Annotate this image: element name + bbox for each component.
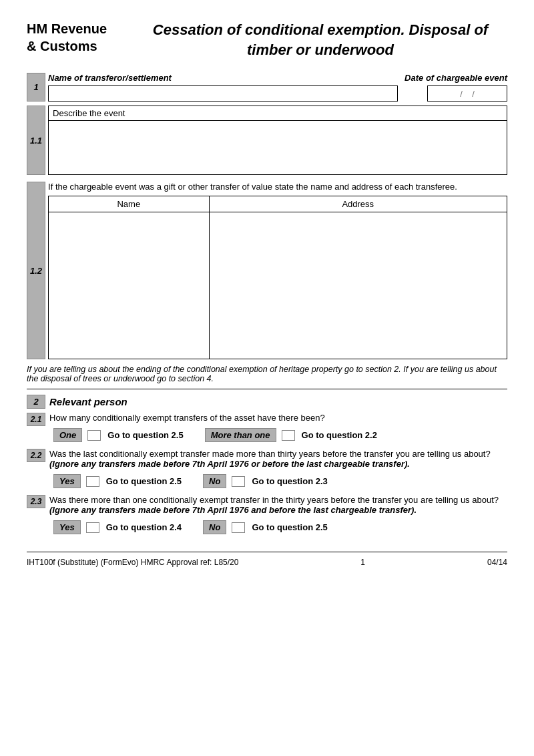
table-row (49, 212, 507, 359)
section-2-3-question: Was there more than one conditionally ex… (49, 495, 507, 515)
section-1-2-question: If the chargeable event was a gift or ot… (48, 182, 507, 192)
goto-2-3-no: Go to question 2.5 (252, 522, 327, 532)
checkbox-one[interactable] (87, 430, 101, 441)
section-2-2-num: 2.2 (27, 449, 45, 462)
checkbox-more[interactable] (282, 430, 295, 441)
describe-label: Describe the event (49, 106, 507, 121)
page-title: Cessation of conditional exemption. Disp… (134, 20, 507, 59)
section-2-2-q-italic: (Ignore any transfers made before 7th Ap… (49, 459, 410, 469)
goto-2-2-no: Go to question 2.3 (252, 476, 327, 486)
section-2-1-question: How many conditionally exempt transfers … (49, 413, 507, 423)
answer-box-yes-22: Yes (53, 474, 81, 488)
logo: HM Revenue & Customs (27, 20, 134, 55)
date-group: Date of chargeable event (405, 73, 507, 102)
italic-note: If you are telling us about the ending o… (27, 365, 507, 383)
goto-2-1-more: Go to question 2.2 (302, 430, 377, 440)
answer-box-more: More than one (205, 428, 276, 442)
checkbox-no-22[interactable] (232, 476, 245, 487)
section-1-1-content: Describe the event (48, 106, 507, 175)
name-label: Name of transferor/settlement (48, 73, 398, 83)
section-2-2-question: Was the last conditionally exempt transf… (49, 449, 507, 469)
answer-box-no-23: No (203, 520, 226, 534)
address-cell[interactable] (209, 212, 507, 359)
section-2-1: 2.1 How many conditionally exempt transf… (27, 413, 507, 443)
section-1-2-num: 1.2 (27, 182, 45, 359)
section-1-row: 1 Name of transferor/settlement Date of … (27, 73, 507, 102)
section-2-3-content: Was there more than one conditionally ex… (49, 495, 507, 536)
describe-box: Describe the event (48, 106, 507, 175)
answer-box-yes-23: Yes (53, 520, 81, 534)
answer-2-2-no: No Go to question 2.3 (199, 473, 332, 490)
section-1-2-row: 1.2 If the chargeable event was a gift o… (27, 182, 507, 359)
checkbox-yes-22[interactable] (86, 476, 99, 487)
section-2-3: 2.3 Was there more than one conditionall… (27, 495, 507, 536)
footer-page: 1 (360, 558, 365, 567)
answer-2-1-one: One Go to question 2.5 (49, 427, 188, 443)
section-2-3-q-text: Was there more than one conditionally ex… (49, 495, 499, 505)
footer-left: IHT100f (Substitute) (FormEvo) HMRC Appr… (27, 558, 238, 567)
section-2-1-answers: One Go to question 2.5 More than one Go … (49, 427, 507, 443)
goto-2-1-one: Go to question 2.5 (107, 430, 183, 440)
goto-2-2-yes: Go to question 2.5 (106, 476, 182, 486)
section-2-3-q-italic: (Ignore any transfers made before 7th Ap… (49, 505, 417, 515)
section-2-2-q-text: Was the last conditionally exempt transf… (49, 449, 491, 459)
answer-2-1-more: More than one Go to question 2.2 (201, 427, 381, 443)
col-address-header: Address (209, 196, 507, 212)
section-1-1-num: 1.1 (27, 106, 45, 175)
checkbox-yes-23[interactable] (86, 522, 99, 533)
footer-right: 04/14 (487, 558, 507, 567)
section-2-title: Relevant person (49, 396, 127, 407)
section-1-num: 1 (27, 73, 45, 102)
describe-area[interactable] (49, 121, 507, 174)
section-1-fields: Name of transferor/settlement Date of ch… (48, 73, 507, 102)
date-input[interactable] (427, 85, 507, 102)
section-2-1-content: How many conditionally exempt transfers … (49, 413, 507, 443)
section-1-1-row: 1.1 Describe the event (27, 106, 507, 175)
answer-box-one: One (53, 428, 82, 442)
section-2-2-content: Was the last conditionally exempt transf… (49, 449, 507, 490)
section-2-2-answers: Yes Go to question 2.5 No Go to question… (49, 473, 507, 490)
section-1-2-content: If the chargeable event was a gift or ot… (48, 182, 507, 359)
section-2-1-num: 2.1 (27, 413, 45, 426)
answer-box-no-22: No (203, 474, 226, 488)
section-divider (27, 389, 507, 389)
section-2-2: 2.2 Was the last conditionally exempt tr… (27, 449, 507, 490)
section-2-num: 2 (27, 395, 45, 409)
logo-line1: HM Revenue (27, 21, 107, 36)
goto-2-3-yes: Go to question 2.4 (106, 522, 182, 532)
answer-2-3-yes: Yes Go to question 2.4 (49, 519, 186, 536)
checkbox-no-23[interactable] (232, 522, 245, 533)
col-name-header: Name (49, 196, 209, 212)
name-group: Name of transferor/settlement (48, 73, 398, 102)
transferee-table: Name Address (48, 196, 507, 359)
answer-2-3-no: No Go to question 2.5 (199, 519, 332, 536)
answer-2-2-yes: Yes Go to question 2.5 (49, 473, 186, 490)
section-2-3-num: 2.3 (27, 495, 45, 508)
section-1-content: Name of transferor/settlement Date of ch… (48, 73, 507, 102)
section-2-3-answers: Yes Go to question 2.4 No Go to question… (49, 519, 507, 536)
date-label: Date of chargeable event (405, 73, 507, 83)
section-2-header: 2 Relevant person (27, 395, 507, 409)
logo-line2: & Customs (27, 39, 97, 53)
name-input[interactable] (48, 85, 398, 102)
name-cell[interactable] (49, 212, 209, 359)
page-header: HM Revenue & Customs Cessation of condit… (27, 20, 507, 59)
page-footer: IHT100f (Substitute) (FormEvo) HMRC Appr… (27, 552, 507, 567)
